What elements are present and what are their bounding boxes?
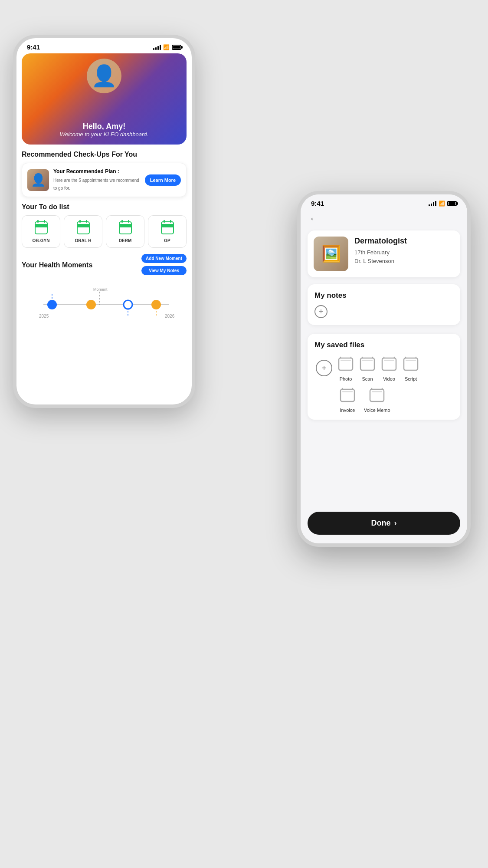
view-notes-button[interactable]: View My Notes bbox=[141, 266, 187, 275]
avatar: 👤 bbox=[87, 59, 121, 93]
plus-icon: + bbox=[319, 307, 324, 316]
doctor-name: Dr. L Stevenson bbox=[354, 257, 407, 266]
svg-rect-31 bbox=[342, 391, 353, 392]
health-buttons: Add New Moment View My Notes bbox=[141, 254, 187, 276]
add-note-button[interactable]: + bbox=[314, 305, 328, 318]
file-item-invoice[interactable]: Invoice bbox=[338, 386, 357, 413]
video-label: Video bbox=[383, 376, 395, 381]
health-moments-header: Your Health Moments Add New Moment View … bbox=[22, 254, 187, 276]
invoice-icon-wrap bbox=[338, 386, 357, 405]
calendar-icon-gp bbox=[160, 220, 175, 236]
photo-icon-wrap bbox=[336, 355, 355, 374]
hero-text: Hello, Amy! Welcome to your KLEO dashboa… bbox=[60, 122, 148, 138]
hero-banner: 👤 Hello, Amy! Welcome to your KLEO dashb… bbox=[22, 53, 187, 145]
hero-subtitle: Welcome to your KLEO dashboard. bbox=[60, 131, 148, 138]
svg-point-9 bbox=[124, 300, 132, 309]
checkups-title: Recommended Check-Ups For You bbox=[22, 151, 187, 158]
todo-item-derm[interactable]: DERM bbox=[106, 215, 144, 248]
svg-rect-19 bbox=[362, 360, 373, 361]
phone2-time: 9:41 bbox=[311, 200, 324, 207]
phone2: 9:41 📶 ← bbox=[297, 191, 471, 547]
wifi-icon-p2: 📶 bbox=[439, 201, 445, 207]
back-button[interactable]: ← bbox=[309, 213, 319, 224]
calendar-icon-obgyn bbox=[33, 220, 49, 236]
avatar-image: 👤 bbox=[91, 66, 117, 86]
svg-text:2026: 2026 bbox=[165, 314, 175, 319]
voice-memo-icon bbox=[368, 387, 386, 404]
svg-rect-15 bbox=[341, 360, 351, 361]
svg-point-8 bbox=[86, 300, 96, 309]
svg-rect-27 bbox=[406, 360, 416, 361]
svg-rect-35 bbox=[372, 391, 382, 392]
add-circle-icon: + bbox=[316, 360, 332, 376]
files-row-1: + Photo bbox=[314, 355, 453, 381]
health-moments-title: Your Health Moments bbox=[22, 261, 92, 269]
todo-label-obgyn: OB-GYN bbox=[33, 238, 50, 243]
doctor-photo: 🖼️ bbox=[314, 237, 348, 271]
script-icon-wrap bbox=[401, 355, 420, 374]
doctor-image-icon: 🖼️ bbox=[321, 245, 341, 263]
doctor-card: 🖼️ Dermatologist 17th February Dr. L Ste… bbox=[308, 230, 460, 277]
voice-memo-icon-wrap bbox=[367, 386, 386, 405]
svg-rect-23 bbox=[384, 360, 394, 361]
done-area: Done › bbox=[301, 506, 467, 543]
files-row-2: Invoice Voice Memo bbox=[314, 386, 453, 413]
video-icon-wrap bbox=[380, 355, 399, 374]
done-arrow-icon: › bbox=[394, 519, 397, 528]
add-file-icon-wrap: + bbox=[314, 358, 334, 378]
todo-label-derm: DERM bbox=[119, 238, 131, 243]
signal-icon-p2 bbox=[429, 201, 436, 206]
calendar-icon-derm bbox=[118, 220, 133, 236]
todo-item-gp[interactable]: GP bbox=[148, 215, 187, 248]
back-row: ← bbox=[301, 210, 467, 228]
battery-icon-p2 bbox=[447, 201, 457, 206]
script-icon bbox=[402, 355, 419, 373]
scan-icon-wrap bbox=[358, 355, 377, 374]
photo-icon bbox=[337, 355, 354, 373]
notes-card: My notes + bbox=[308, 284, 460, 325]
phone1-status-bar: 9:41 📶 bbox=[16, 38, 192, 53]
todo-item-oral[interactable]: ORAL H bbox=[64, 215, 102, 248]
phone2-status-bar: 9:41 📶 bbox=[301, 194, 467, 210]
wifi-icon: 📶 bbox=[163, 44, 170, 50]
checkup-avatar: 👤 bbox=[27, 169, 49, 191]
doctor-info: Dermatologist 17th February Dr. L Steven… bbox=[354, 237, 407, 265]
checkup-card-desc: Here are the 5 appointments we recommend… bbox=[53, 178, 139, 191]
add-moment-button[interactable]: Add New Moment bbox=[141, 254, 187, 263]
saved-files-title: My saved files bbox=[314, 341, 453, 349]
scan-icon bbox=[359, 355, 376, 373]
done-button[interactable]: Done › bbox=[308, 512, 460, 535]
todo-label-gp: GP bbox=[164, 238, 170, 243]
video-icon bbox=[380, 355, 398, 373]
checkup-card: 👤 Your Recommended Plan : Here are the 5… bbox=[22, 163, 187, 197]
voice-memo-label: Voice Memo bbox=[364, 408, 390, 413]
svg-text:2025: 2025 bbox=[39, 314, 49, 319]
content-scroll: Recommended Check-Ups For You 👤 Your Rec… bbox=[16, 145, 192, 404]
file-item-voice-memo[interactable]: Voice Memo bbox=[364, 386, 390, 413]
doctor-date: 17th February bbox=[354, 248, 407, 257]
phone1: 9:41 📶 👤 bbox=[13, 35, 195, 408]
script-label: Script bbox=[405, 376, 417, 381]
file-item-photo[interactable]: Photo bbox=[336, 355, 355, 381]
timeline-svg: 2025 2026 Moment bbox=[22, 285, 187, 320]
phone1-status-icons: 📶 bbox=[153, 44, 181, 50]
saved-files-card: My saved files + bbox=[308, 334, 460, 420]
file-add-button[interactable]: + bbox=[314, 358, 334, 378]
svg-point-10 bbox=[151, 300, 161, 309]
file-item-scan[interactable]: Scan bbox=[358, 355, 377, 381]
learn-more-button[interactable]: Learn More bbox=[145, 174, 181, 186]
svg-point-7 bbox=[47, 300, 57, 309]
todo-label-oral: ORAL H bbox=[75, 238, 91, 243]
scan-label: Scan bbox=[362, 376, 373, 381]
checkup-text: Your Recommended Plan : Here are the 5 a… bbox=[53, 168, 141, 191]
doctor-specialty: Dermatologist bbox=[354, 237, 407, 246]
phone2-status-icons: 📶 bbox=[429, 201, 457, 207]
photo-label: Photo bbox=[340, 376, 352, 381]
todo-item-obgyn[interactable]: OB-GYN bbox=[22, 215, 60, 248]
file-item-script[interactable]: Script bbox=[401, 355, 420, 381]
scene: 9:41 📶 👤 bbox=[0, 0, 488, 868]
battery-icon bbox=[172, 45, 181, 50]
file-item-video[interactable]: Video bbox=[380, 355, 399, 381]
calendar-icon-oral bbox=[75, 220, 91, 236]
timeline: 2025 2026 Moment bbox=[22, 276, 187, 326]
